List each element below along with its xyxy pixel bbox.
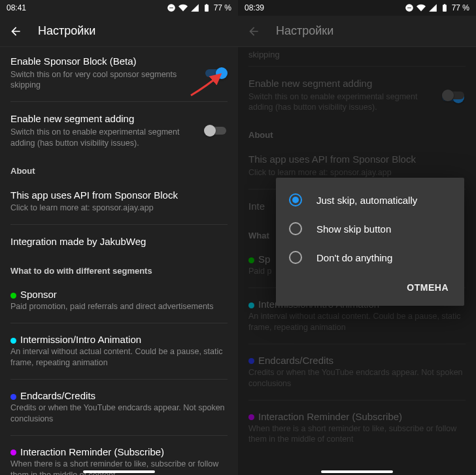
enable-segment-toggle[interactable] <box>442 89 466 102</box>
status-battery: 77 % <box>214 3 231 12</box>
nav-bar[interactable] <box>238 468 476 475</box>
radio-option-nothing[interactable]: Don't do anything <box>276 243 464 272</box>
about-header: About <box>248 121 466 145</box>
radio-option-skip[interactable]: Just skip, automatically <box>276 186 464 214</box>
segment-endcards[interactable]: Endcards/Credits Credits or when the You… <box>10 382 228 433</box>
setting-subtitle: Switch this on to enable experimental se… <box>10 127 196 149</box>
back-icon[interactable] <box>247 25 260 38</box>
endcards-dot <box>10 394 16 400</box>
dnd-icon <box>167 3 176 12</box>
radio-icon <box>289 251 302 264</box>
nav-bar[interactable] <box>0 468 238 475</box>
sponsor-dot <box>10 293 16 299</box>
status-bar: 08:41 77 % <box>0 0 238 16</box>
setting-integration[interactable]: Integration made by JakubWeg <box>10 227 228 257</box>
wifi-icon <box>416 3 426 12</box>
setting-title: Enable new segment adding <box>10 112 196 125</box>
segment-endcards[interactable]: Endcards/Credits Credits or when the You… <box>248 347 466 397</box>
dnd-icon <box>405 3 414 12</box>
setting-enable-segment-adding[interactable]: Enable new segment adding Switch this on… <box>10 105 228 156</box>
segment-interaction[interactable]: Interaction Reminder (Subscribe) When th… <box>248 403 466 453</box>
interaction-dot <box>10 450 16 455</box>
intermission-dot <box>10 338 16 344</box>
setting-enable-segment-adding[interactable]: Enable new segment adding Switch this on… <box>248 69 466 121</box>
back-icon[interactable] <box>9 25 22 38</box>
status-battery: 77 % <box>452 3 469 12</box>
status-bar: 08:39 77 % <box>238 0 476 16</box>
segments-header: What to do with different segments <box>10 257 228 281</box>
segment-sponsor[interactable]: Sponsor Paid promotion, paid referrals a… <box>10 281 228 320</box>
radio-icon <box>289 222 302 235</box>
page-title: Настройки <box>276 24 333 38</box>
cancel-button[interactable]: ОТМЕНА <box>401 277 454 298</box>
battery-icon <box>202 3 211 12</box>
enable-segment-toggle[interactable] <box>204 124 228 137</box>
app-bar: Настройки <box>0 16 238 47</box>
status-time: 08:39 <box>245 3 264 12</box>
setting-enable-sponsor-block[interactable]: Enable Sponsor Block (Beta) Switch this … <box>10 47 228 99</box>
setting-api-info[interactable]: This app uses API from Sponsor Block Cli… <box>10 181 228 221</box>
right-screenshot: 08:39 77 % Настройки skipping Enable new… <box>238 0 476 475</box>
radio-icon <box>289 193 302 206</box>
signal-icon <box>190 3 199 12</box>
about-header: About <box>10 157 228 181</box>
partial-text: skipping <box>248 47 466 63</box>
wifi-icon <box>178 3 188 12</box>
battery-icon <box>440 3 449 12</box>
setting-title: Enable Sponsor Block (Beta) <box>10 55 196 68</box>
page-title: Настройки <box>38 24 95 38</box>
left-screenshot: 08:41 77 % Настройки Enable Sponsor Bloc… <box>0 0 238 475</box>
signal-icon <box>428 3 437 12</box>
app-bar: Настройки <box>238 16 476 47</box>
enable-sponsor-toggle[interactable] <box>204 67 228 80</box>
setting-subtitle: Switch this on for very cool sponsor seg… <box>10 69 196 91</box>
segment-action-dialog: Just skip, automatically Show skip butto… <box>276 178 464 306</box>
status-time: 08:41 <box>7 3 26 12</box>
radio-option-show-button[interactable]: Show skip button <box>276 214 464 243</box>
segment-intermission[interactable]: Intermission/Intro Animation An interval… <box>10 326 228 376</box>
